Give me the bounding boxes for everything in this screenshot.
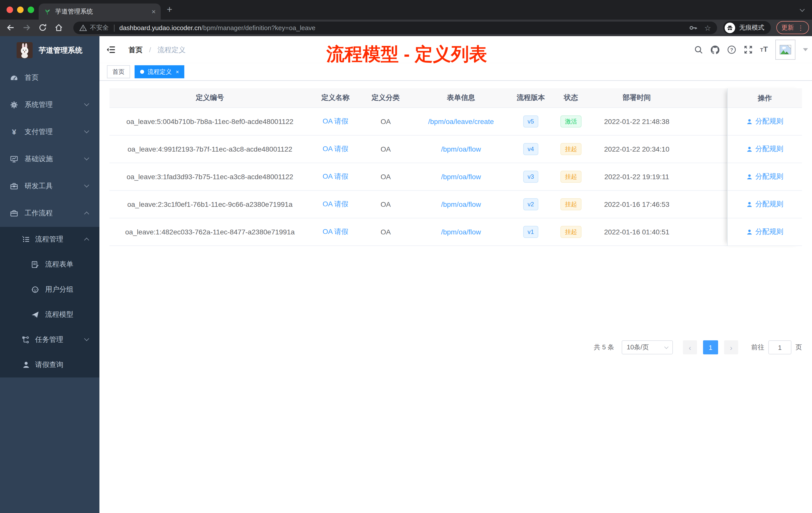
browser-toolbar: 不安全 dashboard.yudao.iocoder.cn/bpm/manag…: [0, 20, 812, 36]
cell-category: OA: [360, 191, 411, 218]
status-badge: 挂起: [560, 226, 581, 238]
key-icon[interactable]: [689, 24, 697, 32]
goto-label: 前往: [751, 343, 764, 352]
tab-search-chevron-icon[interactable]: [800, 7, 805, 12]
assign-rule-button[interactable]: 分配规则: [728, 218, 802, 246]
forward-icon[interactable]: [22, 23, 31, 32]
col-header-form-info: 表单信息: [411, 88, 511, 108]
table-row: oa_leave:1:482ec033-762a-11ec-8477-a2380…: [110, 218, 802, 246]
security-label[interactable]: 不安全: [90, 24, 109, 32]
svg-text:?: ?: [730, 47, 733, 53]
form-icon: [31, 261, 39, 269]
tab-close-icon[interactable]: ×: [152, 7, 156, 16]
col-header-definition-id: 定义编号: [110, 88, 310, 108]
font-size-icon[interactable]: TT: [760, 45, 768, 55]
macos-zoom-button[interactable]: [28, 6, 34, 13]
status-badge: 挂起: [560, 143, 581, 155]
definition-name-link[interactable]: OA 请假: [323, 172, 348, 181]
sidebar-collapse-icon[interactable]: [107, 45, 116, 55]
sidebar-item-label: 流程管理: [35, 235, 63, 244]
cell-definition-id: oa_leave:1:482ec033-762a-11ec-8477-a2380…: [110, 218, 310, 245]
form-link[interactable]: /bpm/oa/leave/create: [428, 117, 494, 125]
definition-table: 定义编号 定义名称 定义分类 表单信息 流程版本 状态 部署时间 oa_leav…: [110, 88, 802, 246]
briefcase-icon: [10, 209, 18, 217]
chevron-down-icon: [84, 182, 89, 187]
sidebar-item-process-management[interactable]: 流程管理: [0, 227, 99, 252]
chevron-down-icon: [84, 155, 89, 160]
browser-tab[interactable]: 芋道管理系统 ×: [39, 3, 161, 20]
sidebar-item-leave-query[interactable]: 请假查询: [0, 352, 99, 378]
app-title: 芋道管理系统: [39, 46, 82, 55]
breadcrumb-separator: /: [149, 46, 151, 54]
fullscreen-icon[interactable]: [744, 45, 753, 54]
assign-rule-button[interactable]: 分配规则: [728, 135, 802, 163]
assign-rule-button[interactable]: 分配规则: [728, 108, 802, 135]
chevron-down-icon: [664, 344, 669, 349]
sidebar-item-process-form[interactable]: 流程表单: [0, 252, 99, 277]
sidebar-item-home[interactable]: 首页: [0, 64, 99, 91]
workflow-submenu: 流程管理 流程表单 用户分组 流程模型 任务管理: [0, 227, 99, 378]
app-window: 芋道管理系统 首页 系统管理 ¥ 支付管理 基础设施: [0, 36, 812, 513]
tag-process-definition[interactable]: 流程定义 ×: [135, 65, 184, 78]
back-icon[interactable]: [6, 23, 15, 32]
sidebar-item-infrastructure[interactable]: 基础设施: [0, 146, 99, 173]
home-icon[interactable]: [54, 23, 63, 32]
next-page-button[interactable]: ›: [724, 340, 738, 354]
definition-name-link[interactable]: OA 请假: [323, 145, 348, 154]
incognito-badge: 无痕模式: [723, 21, 771, 34]
cell-deploy-time: 2022-01-22 20:34:10: [591, 135, 682, 163]
tag-close-icon[interactable]: ×: [176, 69, 179, 75]
macos-close-button[interactable]: [6, 6, 13, 13]
form-link[interactable]: /bpm/oa/flow: [441, 173, 481, 181]
version-badge: v1: [523, 226, 538, 238]
definition-name-link[interactable]: OA 请假: [323, 200, 348, 209]
goto-unit: 页: [795, 343, 802, 352]
goto-page-input[interactable]: [768, 340, 791, 354]
status-badge: 挂起: [560, 198, 581, 210]
page-number-button[interactable]: 1: [703, 340, 718, 354]
sidebar-logo-row[interactable]: 芋道管理系统: [0, 36, 99, 64]
sidebar-item-workflow[interactable]: 工作流程: [0, 200, 99, 227]
url-text[interactable]: dashboard.yudao.iocoder.cn/bpm/manager/d…: [119, 24, 689, 32]
address-bar[interactable]: 不安全 dashboard.yudao.iocoder.cn/bpm/manag…: [73, 22, 717, 34]
browser-update-button[interactable]: 更新 ⋮: [776, 21, 809, 34]
sidebar-item-label: 请假查询: [35, 360, 63, 369]
table-row: oa_leave:4:991f2193-7b7f-11ec-a3c8-acde4…: [110, 135, 802, 163]
browser-menu-dots-icon[interactable]: ⋮: [798, 24, 804, 31]
divider: [114, 24, 114, 31]
sidebar-item-process-model[interactable]: 流程模型: [0, 302, 99, 327]
form-link[interactable]: /bpm/oa/flow: [441, 200, 481, 208]
breadcrumb-current: 流程定义: [157, 46, 185, 54]
cell-deploy-time: 2022-01-16 01:40:51: [591, 218, 682, 245]
assign-rule-button[interactable]: 分配规则: [728, 163, 802, 191]
breadcrumb-home[interactable]: 首页: [128, 46, 143, 54]
cell-category: OA: [360, 163, 411, 190]
search-icon[interactable]: [694, 45, 703, 54]
prev-page-button[interactable]: ‹: [683, 340, 697, 354]
sidebar-item-system[interactable]: 系统管理: [0, 91, 99, 118]
chevron-down-icon: [84, 128, 89, 133]
assign-rule-button[interactable]: 分配规则: [728, 191, 802, 218]
tag-home[interactable]: 首页: [107, 65, 130, 78]
github-icon[interactable]: [710, 45, 719, 54]
sidebar-item-label: 研发工具: [25, 182, 53, 191]
sidebar-item-payment[interactable]: ¥ 支付管理: [0, 118, 99, 146]
sidebar-item-task-management[interactable]: 任务管理: [0, 327, 99, 352]
page-size-select[interactable]: 10条/页: [622, 340, 673, 354]
avatar-dropdown-caret-icon[interactable]: [803, 48, 808, 51]
help-icon[interactable]: ?: [727, 45, 736, 54]
reload-icon[interactable]: [38, 23, 47, 32]
macos-minimize-button[interactable]: [17, 6, 24, 13]
sidebar-item-label: 工作流程: [25, 209, 53, 218]
new-tab-icon[interactable]: +: [167, 4, 172, 15]
sidebar-item-user-group[interactable]: 用户分组: [0, 277, 99, 302]
bookmark-star-icon[interactable]: ☆: [704, 24, 711, 32]
form-link[interactable]: /bpm/oa/flow: [441, 145, 481, 153]
pagination-total: 共 5 条: [594, 343, 614, 352]
avatar[interactable]: [775, 40, 795, 60]
form-link[interactable]: /bpm/oa/flow: [441, 228, 481, 236]
sidebar-item-dev-tools[interactable]: 研发工具: [0, 173, 99, 200]
definition-name-link[interactable]: OA 请假: [323, 117, 348, 126]
definition-name-link[interactable]: OA 请假: [323, 228, 348, 236]
list-icon: [22, 235, 30, 243]
